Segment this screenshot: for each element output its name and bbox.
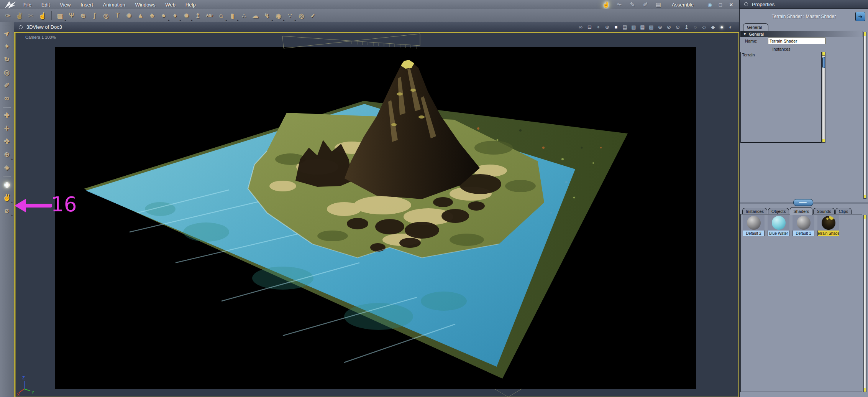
move-camera-ball-icon[interactable]: ✛ [2,124,12,133]
camera-rig-icon[interactable]: ⌖ [595,24,602,31]
room-render-icon[interactable]: ▤ [653,1,663,8]
insert-target-icon[interactable]: ◎ [297,11,307,21]
shading-textured-icon[interactable]: ◐ [727,24,734,31]
sphere-grid-icon[interactable]: ⊕ [604,24,611,31]
insert-sphere-icon[interactable]: ⊕ [78,11,88,21]
camera-tool-icon[interactable]: ◉ [2,180,12,189]
close-button[interactable]: ✕ [727,2,735,8]
panel-collapse-button[interactable] [744,2,748,6]
select-tool-icon[interactable]: ➤ [0,26,14,41]
orientation-icon[interactable]: ↥ [683,24,690,31]
layout-custom-icon[interactable]: ▧ [648,24,655,31]
layout-three-pane-icon[interactable]: ▥ [630,24,637,31]
insert-emitter-icon[interactable]: ↥ [193,11,203,21]
insert-plant-icon[interactable]: ♣ [147,11,157,21]
insert-camera-icon[interactable]: ◉ ▸ [274,11,284,21]
insert-terrain-icon[interactable]: ▲ [136,11,146,21]
menu-item[interactable]: Help [180,1,201,8]
menu-item[interactable]: View [55,1,75,8]
layout-four-pane-icon[interactable]: ▦ [639,24,646,31]
shader-name-input[interactable] [768,38,825,44]
zoom-tool-icon[interactable]: ⌀ ▸ [2,206,12,216]
panel-collapse-button[interactable] [19,25,23,29]
insert-spline-icon[interactable]: ◎ [101,11,111,21]
menu-item[interactable]: Web [160,1,180,8]
preview-spheres-icon[interactable]: ∞ [577,24,584,31]
room-texture-icon[interactable]: ✐ [640,1,650,8]
paint-select-tool-icon[interactable]: ✑ [3,11,13,21]
pan-hand-tool-icon[interactable]: ✌ [15,11,25,21]
insert-crowd-icon[interactable]: ∴ [239,11,249,21]
menu-item[interactable]: Insert [75,1,98,8]
room-storyboard-icon[interactable]: ✎ [627,1,637,8]
browser-scrollbar[interactable] [863,215,866,392]
insert-fire-icon[interactable]: ♦ ▸ [170,11,180,21]
scrollbar-thumb[interactable] [822,57,825,68]
draw-globe-wire-icon[interactable]: ⊛ [656,24,664,31]
move-camera-xy-icon[interactable]: ✚ [2,110,12,120]
insert-scene-icon[interactable]: ▦ ▸ [55,11,65,21]
insert-light-icon[interactable]: ↯ ▸ [262,11,272,21]
layout-single-icon[interactable]: ■ [612,24,620,31]
camera-view-canvas[interactable]: Z X Y [15,33,738,397]
rotate-tool-icon[interactable]: ↻ [2,54,12,64]
push-finger-tool-icon[interactable]: ☝ [38,11,48,21]
insert-vertex-object-icon[interactable]: Ψ [67,11,77,21]
flyout-triangle-icon: ▸ [191,19,192,22]
insert-fountain-icon[interactable]: ✹ ▸ [182,11,192,21]
screen-node-icon[interactable]: ⊟ [586,24,593,31]
pan-tool-icon[interactable]: ✌ ▸ [2,193,12,203]
insert-bone-icon[interactable]: ∫ [90,11,100,21]
working-box-icon[interactable]: ◈ [2,163,12,173]
pliers-tool-icon[interactable]: ✂ [26,11,36,21]
properties-scrollbar[interactable] [863,32,866,199]
browser-tab[interactable]: Shaders [790,207,812,215]
general-section-header[interactable]: ▼ General [740,31,863,37]
shading-dots-icon[interactable]: ◌ [692,24,699,31]
insert-capsule-icon[interactable]: ▮ ▸ [228,11,238,21]
universal-manip-icon[interactable]: ◎ [2,68,12,77]
shader-tile[interactable]: Default 2 [743,215,765,236]
insert-rock-icon[interactable]: ● ▸ [159,11,169,21]
link-tool-icon[interactable]: ∞ [2,94,12,104]
eyedropper-tool-icon[interactable]: ✐ [2,81,12,91]
scale-tool-icon[interactable]: ✦ [2,41,12,51]
insert-cloud-icon[interactable]: ☁ [251,11,261,21]
draw-globe-hidden-icon[interactable]: ⊘ [665,24,673,31]
shader-tile[interactable]: Default 1 [793,215,814,236]
jump-to-editor-button[interactable]: ➔ [855,12,865,21]
insert-effects-icon[interactable]: ∵ ▸ [285,11,295,21]
menu-item[interactable]: Animation [98,1,130,8]
shading-wireframe-icon[interactable]: ◇ [701,24,708,31]
preview-eye-button[interactable]: ◉ [706,2,714,8]
insert-architecture-icon[interactable]: ⌂ ▸ [216,11,226,21]
instances-scrollbar[interactable] [822,52,825,143]
room-assemble-icon[interactable]: ✌ [601,1,611,8]
shading-flat-icon[interactable]: ◆ [709,24,717,31]
menu-item[interactable]: Windows [130,1,161,8]
flyout-triangle-icon: ▸ [64,19,66,22]
layout-two-pane-icon[interactable]: ▤ [621,24,628,31]
shader-tile[interactable]: Blue Water [768,215,789,236]
room-model-icon[interactable]: ✁ [614,1,624,8]
flyout-triangle-icon: ▸ [225,19,227,22]
instance-item[interactable]: Terrain [741,52,821,58]
splitter-handle[interactable] [793,199,813,206]
tab-general[interactable]: General [743,23,768,31]
insert-text-icon[interactable]: T [113,11,123,21]
insert-agr-icon[interactable]: AGr [205,11,215,21]
menu-item[interactable]: Edit [36,1,55,8]
insert-particles-icon[interactable]: ✺ [124,11,134,21]
draw-globe-shaded-icon[interactable]: ⊙ [674,24,681,31]
shader-tile[interactable]: Terrain Shader [817,215,839,236]
toolbar-handle[interactable] [3,24,10,25]
maximize-button[interactable]: □ [717,2,724,8]
trackball-icon[interactable]: ⊕ ▸ [2,150,12,160]
svg-text:X: X [17,392,20,397]
insert-ik-icon[interactable]: ✓ [308,11,318,21]
shading-gouraud-icon[interactable]: ● [718,24,725,31]
instances-list[interactable]: Terrain [740,52,822,143]
menu-item[interactable]: File [18,1,36,8]
dolly-camera-icon[interactable]: ✜ [2,137,12,147]
annotation-number: 16 [51,194,77,214]
